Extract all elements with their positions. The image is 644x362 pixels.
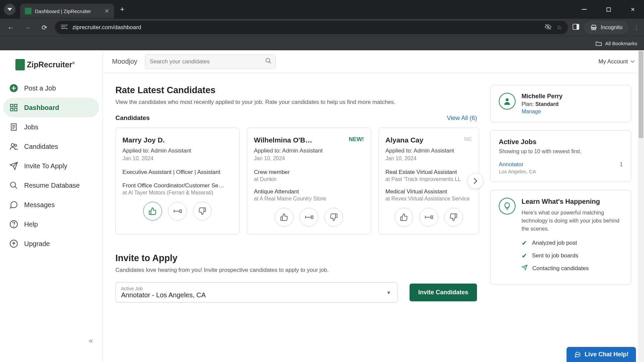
candidate-name[interactable]: Marry Joy D. — [122, 136, 232, 144]
check-icon: ✔ — [522, 239, 527, 247]
carousel-next-button[interactable] — [467, 173, 483, 189]
forward-button[interactable]: → — [21, 21, 34, 34]
svg-rect-4 — [61, 28, 66, 29]
all-bookmarks-button[interactable]: All Bookmarks — [596, 41, 637, 46]
browser-menu-icon[interactable]: ⋮ — [633, 24, 639, 31]
thumbs-down-button[interactable] — [193, 202, 212, 221]
search-button-icon[interactable] — [265, 57, 272, 66]
invite-row: Active Job Annotator - Los Angeles, CA ▼… — [115, 282, 477, 303]
invite-candidates-button[interactable]: Invite Candidates — [410, 284, 477, 301]
invite-subtitle: Candidates love hearing from you! Invite… — [115, 267, 477, 274]
account-menu[interactable]: My Account — [598, 58, 635, 65]
view-all-link[interactable]: View All (6) — [447, 115, 477, 122]
experience-sub: at A Real Maine Country Store — [254, 196, 364, 202]
thumbs-up-button[interactable] — [275, 208, 293, 227]
candidates-header: Candidates View All (6) — [115, 114, 477, 122]
maybe-button[interactable] — [300, 208, 318, 227]
svg-point-22 — [11, 143, 14, 146]
sidebar-item-invite[interactable]: Invite To Apply — [3, 156, 99, 176]
job-row: Annotator Los Angeles, CA 1 — [499, 161, 623, 174]
search-input[interactable] — [145, 54, 276, 69]
sidebar-item-messages[interactable]: Messages — [3, 195, 99, 215]
experience-sub: at Al Tayer Motors (Ferrari & Maserati) — [122, 190, 232, 196]
window-controls: ✕ — [577, 2, 640, 17]
manage-link[interactable]: Manage — [522, 109, 541, 114]
thumbs-down-button[interactable] — [444, 208, 463, 227]
learn-list-item: ✔Sent to job boards — [522, 252, 623, 260]
learn-title: Learn What's Happening — [522, 198, 623, 205]
minimize-button[interactable] — [577, 2, 592, 17]
sidebar-item-resume-db[interactable]: Resume Database — [3, 176, 99, 195]
browser-tab[interactable]: Dashboard | ZipRecruiter ✕ — [20, 4, 114, 18]
learn-list-item: Contacting candidates — [522, 264, 623, 272]
sidebar-item-dashboard[interactable]: Dashboard — [3, 98, 99, 117]
bookmark-star-icon[interactable]: ☆ — [556, 24, 562, 31]
job-link[interactable]: Annotator — [499, 161, 536, 168]
svg-rect-3 — [61, 26, 66, 27]
check-icon: ✔ — [522, 252, 527, 260]
chat-bubble-icon — [574, 351, 581, 358]
svg-point-5 — [66, 24, 67, 26]
maybe-button[interactable] — [168, 202, 187, 221]
sidebar-item-post-job[interactable]: Post a Job — [3, 78, 99, 98]
rate-buttons — [385, 208, 472, 227]
eye-off-icon[interactable] — [544, 23, 552, 32]
applied-date: Jan 10, 2024 — [385, 156, 472, 162]
back-button[interactable]: ← — [5, 21, 17, 34]
svg-point-12 — [594, 28, 596, 30]
scrollbar[interactable] — [638, 50, 644, 362]
sidebar-item-label: Messages — [24, 201, 55, 209]
sidebar-item-label: Resume Database — [24, 182, 80, 189]
scrollbar-thumb[interactable] — [639, 51, 643, 138]
org-name: Moodjoy — [112, 58, 138, 65]
content-wrap: Rate Latest Candidates View the candidat… — [103, 73, 644, 362]
lightbulb-icon — [499, 198, 516, 215]
sidebar-item-candidates[interactable]: Candidates — [3, 137, 99, 156]
candidate-name[interactable]: Alyana Cay — [385, 136, 472, 144]
sidebar-item-jobs[interactable]: Jobs — [3, 117, 99, 137]
experience-line: Crew member — [254, 169, 364, 176]
maybe-button[interactable] — [419, 208, 438, 227]
active-jobs-title: Active Jobs — [499, 138, 623, 146]
experience-line: Front Office Coordinator/Customer Se… — [122, 182, 232, 189]
candidate-card: Marry Joy D. Applied to: Admin Assistant… — [115, 128, 239, 234]
sidebar-item-label: Dashboard — [24, 104, 59, 112]
collapse-sidebar-button[interactable]: « — [89, 337, 93, 345]
incognito-indicator[interactable]: Incognito — [584, 21, 629, 34]
select-label: Active Job — [121, 286, 392, 291]
sidebar-item-label: Upgrade — [24, 240, 50, 248]
experience-line: Real Estate Virtual Assistant — [385, 169, 472, 176]
side-panel-icon[interactable] — [573, 24, 579, 32]
sidebar-item-help[interactable]: Help — [3, 215, 99, 234]
close-window-button[interactable]: ✕ — [625, 2, 640, 17]
chevron-down-icon — [631, 60, 635, 63]
site-info-icon[interactable] — [61, 24, 68, 31]
incognito-icon — [590, 24, 597, 31]
logo[interactable]: ZipRecruiter® — [3, 56, 99, 78]
thumbs-up-button[interactable] — [143, 202, 162, 221]
svg-rect-1 — [607, 8, 610, 11]
thumbs-up-button[interactable] — [394, 208, 413, 227]
thumbs-down-button[interactable] — [324, 208, 343, 227]
live-chat-button[interactable]: Live Chat Help! — [567, 347, 636, 362]
browser-toolbar: ← → ⟳ ziprecruiter.com/dashboard ☆ Incog… — [0, 19, 644, 36]
sidebar-item-upgrade[interactable]: Upgrade — [3, 234, 99, 253]
experience-line: Medical Virtual Assistant — [385, 188, 472, 195]
invite-title: Invite to Apply — [115, 253, 477, 263]
svg-rect-16 — [10, 108, 13, 111]
candidate-name[interactable]: Wilhelmina O'B… — [254, 136, 364, 144]
svg-rect-10 — [577, 24, 579, 29]
topbar: Moodjoy My Account — [103, 50, 644, 73]
tab-search-button[interactable] — [4, 4, 15, 15]
profile-name: Michelle Perry — [522, 93, 562, 100]
maximize-button[interactable] — [601, 2, 616, 17]
grid-icon — [9, 103, 18, 112]
plus-circle-icon — [9, 84, 18, 93]
new-tab-button[interactable]: + — [120, 5, 124, 14]
active-job-select[interactable]: Active Job Annotator - Los Angeles, CA ▼ — [115, 282, 397, 303]
tab-close-button[interactable]: ✕ — [104, 7, 109, 15]
users-icon — [9, 142, 18, 151]
address-bar[interactable]: ziprecruiter.com/dashboard ☆ — [55, 21, 568, 34]
reload-button[interactable]: ⟳ — [38, 21, 50, 34]
rate-subtitle: View the candidates who most recently ap… — [115, 99, 477, 106]
